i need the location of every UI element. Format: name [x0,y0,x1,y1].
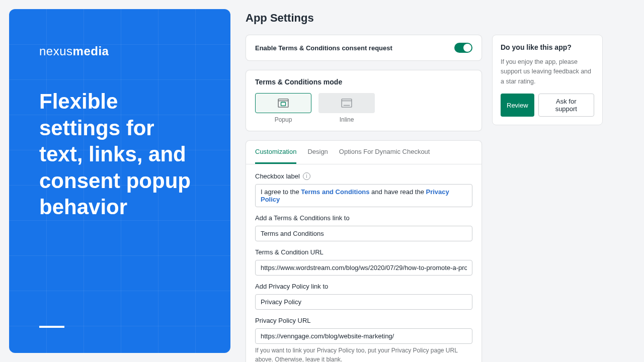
privacy-url-label: Privacy Policy URL [255,317,472,324]
promo-underline [39,326,64,328]
tab-dynamic-checkout[interactable]: Options For Dynamic Checkout [339,141,430,164]
svg-rect-2 [281,102,286,106]
info-icon[interactable]: i [303,172,310,180]
add-terms-link-to-label: Add a Terms & Conditions link to [255,214,472,222]
promo-headline: Flexible settings for text, links, and c… [39,88,200,221]
brand-light: nexus [39,44,73,58]
terms-url-input[interactable] [255,260,472,276]
feedback-card: Do you like this app? If you enjoy the a… [492,35,603,125]
mode-card: Terms & Conditions mode Popup [246,70,482,131]
review-button[interactable]: Review [501,94,534,117]
checkbox-label-field: Checkbox label i I agree to the Terms an… [255,172,472,207]
terms-link-text: Terms and Conditions [301,188,369,196]
page-title: App Settings [246,12,482,25]
mode-option-inline[interactable]: Inline [318,93,375,123]
add-privacy-link-to-label: Add Privacy Policy link to [255,283,472,290]
svg-rect-3 [342,99,352,107]
feedback-text: If you enjoy the app, please support us … [501,57,594,86]
ask-support-button[interactable]: Ask for support [538,94,594,117]
tab-bar: Customization Design Options For Dynamic… [246,141,481,164]
enable-toggle[interactable] [454,43,472,53]
mode-title: Terms & Conditions mode [255,78,472,86]
brand-bold: media [73,44,109,58]
inline-icon [341,99,352,108]
promo-panel: nexusmedia Flexible settings for text, l… [9,9,230,353]
add-privacy-link-to-input[interactable] [255,294,472,310]
tab-customization[interactable]: Customization [255,141,296,164]
brand-logo: nexusmedia [39,44,200,58]
privacy-url-input[interactable] [255,328,472,344]
checkbox-label-title: Checkbox label [255,172,300,180]
feedback-title: Do you like this app? [501,43,594,51]
tab-design[interactable]: Design [307,141,328,164]
checkbox-label-input[interactable]: I agree to the Terms and Conditions and … [255,184,472,207]
mode-inline-label: Inline [318,116,375,123]
terms-url-label: Terms & Condition URL [255,248,472,256]
enable-label: Enable Terms & Conditions consent reques… [255,44,392,52]
mode-option-popup[interactable]: Popup [255,93,311,123]
enable-card: Enable Terms & Conditions consent reques… [246,35,482,61]
popup-icon [278,99,289,108]
privacy-url-hint: If you want to link your Privacy Policy … [255,346,472,362]
customization-card: Customization Design Options For Dynamic… [246,140,482,362]
mode-popup-label: Popup [255,116,311,123]
add-terms-link-to-input[interactable] [255,226,472,241]
